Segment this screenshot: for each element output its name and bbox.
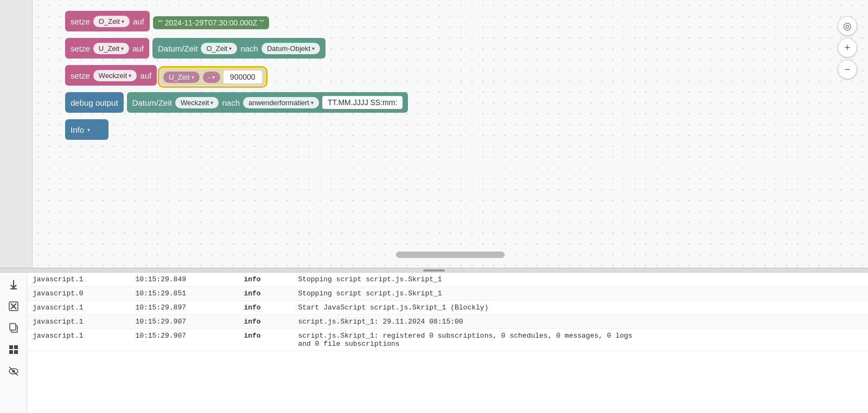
uzeit-dropdown-arrow: ▾ (121, 46, 124, 51)
log-source: javascript.1 (27, 329, 130, 351)
hide-button[interactable] (6, 364, 21, 379)
zoom-center-button[interactable]: ◎ (838, 16, 857, 36)
copy-button[interactable] (6, 320, 21, 335)
log-level: info (238, 273, 292, 287)
log-message: script.js.Skript_1: 29.11.2024 08:15:00 (292, 315, 868, 329)
ozeit-ref-arrow: ▾ (229, 46, 232, 51)
block-setze-label-3: setze (71, 71, 90, 80)
block-setze-label-2: setze (71, 44, 90, 53)
block-debug-output[interactable]: debug output (65, 92, 124, 113)
op-arrow: ▾ (212, 74, 215, 80)
left-sidebar (0, 0, 33, 268)
blockly-workspace[interactable]: setze O_Zeit ▾ auf ““ 2024-11-29T07:30:0… (33, 0, 868, 268)
debug-log-row: javascript.1 10:15:29.897 info Start Jav… (27, 301, 868, 315)
block-arg-uzeit-ref[interactable]: U_Zeit ▾ (163, 72, 199, 83)
block-auf-label-1: auf (133, 17, 144, 26)
weckzeit-dropdown-arrow: ▾ (129, 73, 131, 79)
block-var-uzeit[interactable]: U_Zeit ▾ (93, 43, 129, 54)
log-level: info (238, 301, 292, 315)
debug-log-table-container[interactable]: javascript.1 10:15:29.849 info Stopping … (27, 273, 868, 413)
zoom-in-button[interactable]: + (838, 38, 857, 57)
log-time: 10:15:29.907 (130, 329, 238, 351)
block-auf-label-2: auf (132, 44, 144, 53)
log-source: javascript.1 (27, 315, 130, 329)
block-op-minus[interactable]: - ▾ (203, 72, 220, 83)
svg-rect-9 (9, 350, 13, 354)
debug-sidebar (0, 273, 27, 413)
info-dropdown-arrow: ▾ (87, 127, 90, 133)
block-datum-zeit-2[interactable]: Datum/Zeit O_Zeit ▾ nach Datum-Objekt ▾ (152, 38, 326, 59)
block-value-900000[interactable]: 900000 (224, 70, 262, 83)
block-datum-objekt[interactable]: Datum-Objekt ▾ (261, 43, 320, 54)
zoom-out-icon: − (845, 64, 851, 75)
debug-log-table: javascript.1 10:15:29.849 info Stopping … (27, 273, 868, 351)
block-info-dropdown[interactable]: Info ▾ (65, 119, 108, 140)
log-source: javascript.1 (27, 301, 130, 315)
debug-log-row: javascript.1 10:15:29.907 info script.js… (27, 315, 868, 329)
datum-zeit-label-2: Datum/Zeit (158, 44, 197, 53)
zoom-controls: ◎ + − (838, 16, 857, 79)
resize-handle[interactable] (0, 268, 868, 272)
block-var-weckzeit[interactable]: Weckzeit ▾ (93, 70, 137, 81)
blockly-canvas-area: setze O_Zeit ▾ auf ““ 2024-11-29T07:30:0… (0, 0, 868, 268)
canvas-horizontal-scrollbar[interactable] (396, 251, 505, 258)
clear-button[interactable] (6, 299, 21, 314)
debug-output-label: debug output (71, 98, 118, 107)
log-message: Stopping script script.js.Skript_1 (292, 273, 868, 287)
datetime-value: 2024-11-29T07:30:00.000Z (165, 18, 257, 27)
block-arg-weckzeit-ref[interactable]: Weckzeit ▾ (175, 97, 219, 108)
debug-panel: javascript.1 10:15:29.849 info Stopping … (0, 272, 868, 413)
block-setze-weckzeit[interactable]: setze Weckzeit ▾ auf (65, 65, 157, 86)
block-datum-zeit-4[interactable]: Datum/Zeit Weckzeit ▾ nach anwenderforma… (127, 92, 409, 113)
info-label: Info (71, 125, 84, 134)
zoom-center-icon: ◎ (843, 20, 852, 32)
block-auf-label-3: auf (140, 71, 151, 80)
list-view-button[interactable] (6, 342, 21, 357)
nach-label-4: nach (222, 98, 240, 107)
zoom-out-button[interactable]: − (838, 60, 857, 79)
datum-zeit-label-4: Datum/Zeit (132, 98, 172, 107)
scroll-down-button[interactable] (6, 277, 21, 292)
log-time: 10:15:29.897 (130, 301, 238, 315)
log-source: javascript.1 (27, 273, 130, 287)
block-arg-ozeit-ref[interactable]: O_Zeit ▾ (201, 43, 237, 54)
nach-label-2: nach (240, 44, 258, 53)
svg-rect-7 (9, 345, 13, 349)
svg-rect-8 (14, 345, 18, 349)
block-row-debug: debug output Datum/Zeit Weckzeit ▾ nach … (65, 92, 408, 116)
log-message: Stopping script script.js.Skript_1 (292, 287, 868, 301)
svg-rect-10 (14, 350, 18, 354)
block-row-set-weckzeit: setze Weckzeit ▾ auf U_Zeit ▾ - ▾ (65, 65, 408, 89)
debug-log-row: javascript.1 10:15:29.907 info script.js… (27, 329, 868, 351)
log-level: info (238, 287, 292, 301)
uzeit-ref-arrow: ▾ (192, 74, 194, 80)
block-setze-label-1: setze (71, 17, 90, 26)
block-string-datetime[interactable]: ““ 2024-11-29T07:30:00.000Z ”” (153, 16, 269, 29)
log-time: 10:15:29.907 (130, 315, 238, 329)
log-message: script.js.Skript_1: registered 0 subscri… (292, 329, 868, 351)
block-row-info: Info ▾ (65, 119, 408, 143)
svg-rect-6 (10, 324, 16, 330)
block-row-set-ozeit: setze O_Zeit ▾ auf ““ 2024-11-29T07:30:0… (65, 11, 408, 35)
blocks-container: setze O_Zeit ▾ auf ““ 2024-11-29T07:30:0… (65, 11, 408, 143)
debug-log-row: javascript.1 10:15:29.849 info Stopping … (27, 273, 868, 287)
block-setze-ozeit[interactable]: setze O_Zeit ▾ auf (65, 11, 150, 31)
log-message: Start JavaScript script.js.Skript_1 (Blo… (292, 301, 868, 315)
block-setze-uzeit[interactable]: setze U_Zeit ▾ auf (65, 38, 149, 59)
block-format-pattern[interactable]: TT.MM.JJJJ SS:mm: (322, 96, 403, 109)
zoom-in-icon: + (845, 42, 851, 54)
datum-objekt-arrow: ▾ (312, 46, 315, 51)
log-level: info (238, 315, 292, 329)
weckzeit-ref-arrow: ▾ (210, 100, 213, 106)
block-var-ozeit[interactable]: O_Zeit ▾ (93, 16, 130, 27)
block-row-set-uzeit: setze U_Zeit ▾ auf Datum/Zeit O_Zeit ▾ n… (65, 38, 408, 62)
block-anwenderformatiert[interactable]: anwenderformatiert ▾ (243, 97, 319, 108)
block-math-highlighted[interactable]: U_Zeit ▾ - ▾ 900000 (160, 68, 265, 86)
resize-indicator (423, 269, 445, 272)
log-time: 10:15:29.849 (130, 273, 238, 287)
log-time: 10:15:29.851 (130, 287, 238, 301)
debug-log-row: javascript.0 10:15:29.851 info Stopping … (27, 287, 868, 301)
ozeit-dropdown-arrow: ▾ (122, 18, 124, 24)
format-arrow: ▾ (311, 100, 314, 106)
log-level: info (238, 329, 292, 351)
